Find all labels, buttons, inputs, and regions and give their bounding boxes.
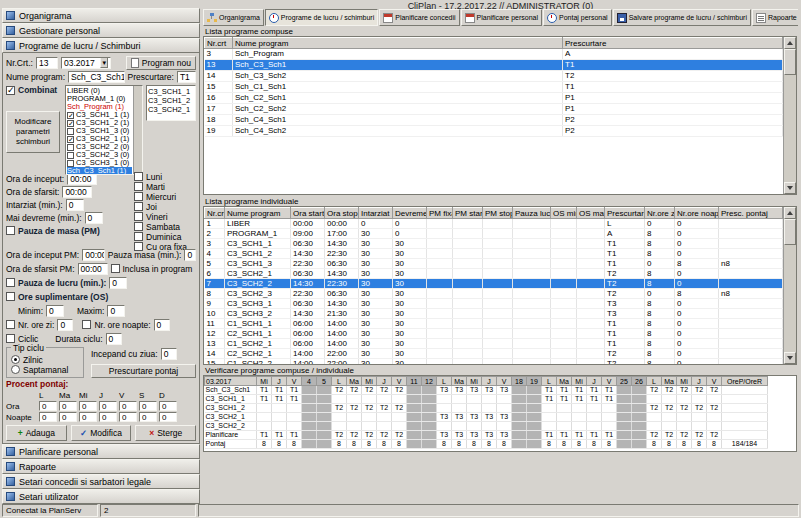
intarziat-input[interactable]: 0 xyxy=(66,199,84,211)
pontaj-noapte-input[interactable]: 0 xyxy=(139,412,157,422)
program-list-item[interactable]: C3_SCH1_1 (1) xyxy=(67,111,132,119)
pontaj-ora-input[interactable]: 0 xyxy=(99,401,117,411)
table-row[interactable]: 2PROGRAM_109:0017:00300A80 xyxy=(205,229,783,239)
checkbox-icon[interactable] xyxy=(134,232,143,241)
pauza-lucru-input[interactable]: 0 xyxy=(109,277,127,289)
program-list-item[interactable]: C3_SCH3_1 (0) xyxy=(67,159,132,167)
scroll-thumb[interactable] xyxy=(784,49,796,75)
toolbar-button-rapoarte[interactable]: Rapoarte xyxy=(752,9,798,26)
table-row[interactable]: C3_SCH1_2T2T2T2T2T2T2T2T2T2T2 xyxy=(205,404,768,413)
toolbar-button-planificare-concedii[interactable]: Planificare concedii xyxy=(379,9,459,26)
sidebar-section-planificare-personal[interactable]: Planificare personal xyxy=(2,444,200,459)
program-list-item[interactable]: PROGRAM_1 (0) xyxy=(67,95,132,103)
pontaj-noapte-input[interactable]: 0 xyxy=(39,412,57,422)
sidebar-section-gestionare-personal[interactable]: Gestionare personal xyxy=(2,23,200,38)
devreme-input[interactable]: 0 xyxy=(85,212,103,224)
sterge-button[interactable]: ×Sterge xyxy=(135,425,196,441)
checkbox-icon[interactable] xyxy=(67,112,74,119)
pontaj-ora-input[interactable]: 0 xyxy=(159,401,177,411)
toolbar-button-pontaj-personal[interactable]: Pontaj personal xyxy=(543,9,612,26)
table-row[interactable]: Pontaj88888888888888888888888184/184 xyxy=(205,440,768,449)
sidebar-section-setari-concedii[interactable]: Setari concedii si sarbatori legale xyxy=(2,474,200,489)
table-row[interactable]: 16Sch_C2_Sch1P1 xyxy=(205,93,783,104)
saptamanal-radio[interactable] xyxy=(11,365,20,374)
chevron-down-icon[interactable]: ▾ xyxy=(100,57,108,68)
nr-ore-noapte-input[interactable]: 0 xyxy=(154,319,170,331)
pontaj-noapte-input[interactable]: 0 xyxy=(159,412,177,422)
checkbox-icon[interactable] xyxy=(67,120,74,127)
pontaj-noapte-input[interactable]: 0 xyxy=(59,412,77,422)
program-list-item[interactable]: C3_SCH2_1 (1) xyxy=(67,135,132,143)
scroll-thumb[interactable] xyxy=(784,219,796,245)
toolbar-button-programe-de-lucru-schimburi[interactable]: Programe de lucru / schimburi xyxy=(265,9,378,26)
table-row[interactable]: 9C3_SCH3_106:3014:303030T380 xyxy=(205,299,783,309)
table-row[interactable]: 3Sch_ProgramA xyxy=(205,49,783,60)
pontaj-ora-input[interactable]: 0 xyxy=(59,401,77,411)
pm-sfarsit-input[interactable]: 00:00 xyxy=(78,263,108,275)
sidebar-section-organigrama[interactable]: Organigrama xyxy=(2,8,200,23)
table-row[interactable]: 17Sch_C2_Sch2P1 xyxy=(205,104,783,115)
table-row[interactable]: 15Sch_C1_Sch1T1 xyxy=(205,82,783,93)
luna-combo[interactable]: 03.2017 ▾ xyxy=(61,57,111,69)
listbox-scrollbar[interactable] xyxy=(133,86,142,174)
pm-inceput-input[interactable]: 00:00 xyxy=(82,249,105,261)
checkbox-icon[interactable] xyxy=(134,182,143,191)
adauga-button[interactable]: +Adauga xyxy=(6,425,67,441)
checkbox-icon[interactable] xyxy=(134,222,143,231)
pauza-masa-checkbox[interactable] xyxy=(6,226,15,235)
pauza-masa-min-input[interactable]: 0 xyxy=(184,249,196,261)
checkbox-icon[interactable] xyxy=(134,212,143,221)
table-row[interactable]: 7C3_SCH2_214:3022:303030T280 xyxy=(205,279,783,289)
scroll-down-button[interactable] xyxy=(784,182,796,194)
pontaj-noapte-input[interactable]: 0 xyxy=(99,412,117,422)
modificare-parametri-button[interactable]: Modificare parametri schimburi xyxy=(6,111,60,153)
nr-crt-input[interactable]: 13 xyxy=(36,57,58,69)
toolbar-button-organigrama[interactable]: Organigrama xyxy=(203,9,264,26)
pontaj-ora-input[interactable]: 0 xyxy=(119,401,137,411)
pontaj-noapte-input[interactable]: 0 xyxy=(79,412,97,422)
table-row[interactable]: 14Sch_C3_Sch2T2 xyxy=(205,71,783,82)
table-row[interactable]: 3C3_SCH1_106:3014:303030T180 xyxy=(205,239,783,249)
minim-input[interactable]: 0 xyxy=(46,305,64,317)
checkbox-icon[interactable] xyxy=(134,172,143,181)
program-list-item[interactable]: C3_SCH2_2 (0) xyxy=(67,143,132,151)
program-nou-button[interactable]: Program nou xyxy=(126,56,196,70)
table-row[interactable]: 18Sch_C4_Sch1P2 xyxy=(205,115,783,126)
scroll-up-button[interactable] xyxy=(784,207,796,219)
program-list-item[interactable]: Sch_C3_Sch1 (1) xyxy=(67,167,132,175)
zilnic-radio[interactable] xyxy=(11,355,20,364)
table-row[interactable]: 5C3_SCH1_322:3006:303030T108n8 xyxy=(205,259,783,269)
table-row[interactable]: C3_SCH1_1T1T1T1T1T1T1T1T1 xyxy=(205,395,768,404)
modifica-button[interactable]: ✓Modifica xyxy=(71,425,132,441)
table-row[interactable]: 13Sch_C3_Sch1T1 xyxy=(205,60,783,71)
inclusa-checkbox[interactable] xyxy=(111,264,120,273)
prescurtare-input[interactable]: T1 xyxy=(177,71,196,83)
incepand-input[interactable]: 0 xyxy=(161,348,177,360)
pontaj-noapte-input[interactable]: 0 xyxy=(119,412,137,422)
checkbox-icon[interactable] xyxy=(67,136,74,143)
scroll-down-button[interactable] xyxy=(784,352,796,364)
table-row[interactable]: 11C1_SCH1_106:0014:003030T180 xyxy=(205,319,783,329)
ora-sfarsit-input[interactable]: 00:00 xyxy=(62,186,92,198)
sidebar-section-programe-de-lucru[interactable]: Programe de lucru / Schimburi xyxy=(2,38,200,53)
combinat-checkbox[interactable] xyxy=(6,86,15,95)
table-row[interactable]: 10C3_SCH3_214:3021:303030T380 xyxy=(205,309,783,319)
toolbar-button-salvare-programe-de-lucru-schimburi[interactable]: Salvare programe de lucru / schimburi xyxy=(613,9,751,26)
checkbox-icon[interactable] xyxy=(134,202,143,211)
selected-shift-item[interactable]: C3_SCH1_2 xyxy=(148,96,194,105)
pontaj-ora-input[interactable]: 0 xyxy=(139,401,157,411)
nr-ore-zi-input[interactable]: 0 xyxy=(57,319,73,331)
toolbar-button-planificare-personal[interactable]: Planificare personal xyxy=(461,9,542,26)
nr-ore-noapte-checkbox[interactable] xyxy=(82,320,91,329)
table-row[interactable]: 14C2_SCH2_114:0022:003030T280 xyxy=(205,349,783,359)
table-row[interactable]: 12C2_SCH1_106:0014:003030T180 xyxy=(205,329,783,339)
programe-listbox[interactable]: LIBER (0)PROGRAM_1 (0)Sch_Program (1)C3_… xyxy=(65,85,143,175)
durata-ciclu-input[interactable]: 0 xyxy=(106,333,122,345)
checkbox-icon[interactable] xyxy=(67,128,74,135)
checkbox-icon[interactable] xyxy=(134,192,143,201)
table-row[interactable]: C3_SCH2_1T3T3T3T3T3 xyxy=(205,413,768,422)
nume-program-input[interactable]: Sch_C3_Sch1 xyxy=(68,71,125,83)
table-row[interactable]: PlanificareT1T1T1T2T2T2T2T2T3T3T3T3T3T1T… xyxy=(205,431,768,440)
selected-shift-item[interactable]: C3_SCH1_1 xyxy=(148,87,194,96)
table-row[interactable]: 8C3_SCH2_322:3006:303030T208n8 xyxy=(205,289,783,299)
